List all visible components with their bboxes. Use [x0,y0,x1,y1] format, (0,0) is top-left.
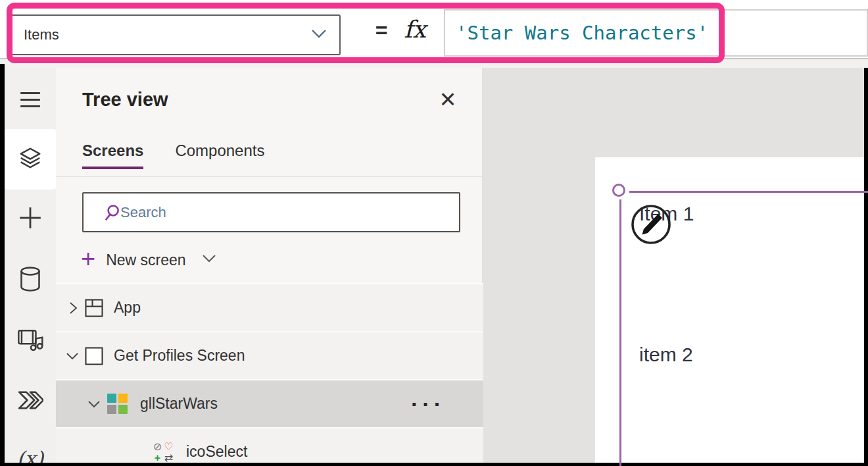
property-selector-dropdown[interactable]: Items [9,14,341,55]
powerapps-studio-window: Items = fx 'Star Wars Characters' [0,0,868,466]
chevron-down-icon[interactable] [65,350,80,362]
tree-row-label: icoSelect [186,443,247,461]
tabs-divider [56,176,483,177]
tree-row-label: Get Profiles Screen [114,347,245,365]
double-chevron-icon [17,390,43,413]
data-button[interactable] [5,259,56,302]
multi-symbol-icon: ⊘♡+⇄ [152,441,174,463]
property-selector-value: Items [24,26,310,43]
toolbar-strip [0,59,868,68]
plus-icon: + [81,246,95,271]
chevron-down-icon[interactable] [87,398,101,410]
insert-button[interactable] [5,197,56,241]
canvas-area[interactable]: Item 1 item 2 [483,68,868,466]
panel-tabs: Screens Components [82,142,264,169]
tree-view-button[interactable] [5,129,56,190]
formula-input[interactable]: 'Star Wars Characters' [444,9,868,57]
search-icon [105,203,124,225]
selection-handle[interactable] [612,184,625,197]
tab-components[interactable]: Components [175,142,264,169]
formula-bar: Items = fx 'Star Wars Characters' [0,0,868,58]
equals-sign: = [367,9,396,51]
chevron-down-icon [310,28,327,41]
tree-row-label: gllStarWars [140,395,218,413]
edit-pencil-icon[interactable] [629,203,673,246]
screenshot-border-left [0,64,5,466]
chevron-right-icon[interactable] [67,301,79,315]
screenshot-border-right [864,68,868,466]
close-button[interactable]: × [432,84,464,115]
chevron-down-icon [202,254,216,266]
close-icon: × [440,86,456,113]
plus-icon [18,205,43,233]
left-icon-rail: (x) [5,68,56,466]
new-screen-button[interactable]: + New screen [81,244,216,276]
gallery-icon [107,394,128,414]
tree-row-label: App [114,299,141,317]
selection-border-left [619,199,621,466]
layers-icon [18,145,43,173]
new-screen-label: New screen [106,251,185,269]
gallery-item-2-label[interactable]: item 2 [639,344,693,366]
screenshot-border-bottom [0,463,868,466]
media-button[interactable] [5,319,56,363]
fx-icon: fx [397,5,433,53]
variables-button[interactable]: (x) [5,436,56,466]
tab-screens[interactable]: Screens [82,142,143,169]
media-icon [17,327,43,355]
formula-text: 'Star Wars Characters' [456,22,708,44]
power-automate-button[interactable] [5,380,56,423]
tree-view-panel: Tree view × Screens Components + New scr… [56,68,483,466]
search-box[interactable] [82,192,460,232]
tree-row-icoselect[interactable]: ⊘♡+⇄ icoSelect [56,427,483,466]
tree-row-app[interactable]: App [56,283,483,331]
database-icon [18,266,42,295]
panel-title: Tree view [82,89,168,111]
tree-row-gllstarwars[interactable]: gllStarWars ··· [56,379,483,427]
tree-row-get-profiles-screen[interactable]: Get Profiles Screen [56,331,483,379]
menu-button[interactable] [5,78,56,121]
selection-border-top [629,191,868,193]
tree-rows: App Get Profiles Screen [56,283,483,466]
search-input[interactable] [119,203,451,222]
app-icon [84,298,104,318]
hamburger-icon [20,92,40,107]
screen-icon [84,346,104,366]
